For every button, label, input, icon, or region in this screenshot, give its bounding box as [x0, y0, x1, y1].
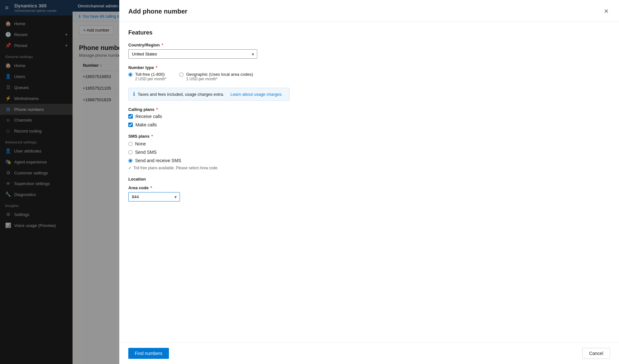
- usage-info-box: ℹ Taxes and fees included, usage charges…: [128, 88, 290, 101]
- location-field-group: Location Area code * 844 800 888 877 866…: [128, 177, 610, 202]
- area-code-select[interactable]: 844 800 888 877 866 855 833: [128, 192, 180, 202]
- modal-close-button[interactable]: ✕: [603, 6, 610, 16]
- modal-title: Add phone number: [128, 8, 187, 15]
- country-select[interactable]: United States United Kingdom Canada Aust…: [128, 49, 257, 59]
- geographic-price: 1 USD per month*: [186, 77, 253, 81]
- calling-plans-label: Calling plans *: [128, 107, 610, 112]
- sms-send-receive-option[interactable]: Send and receive SMS: [128, 158, 610, 163]
- geographic-label: Geographic (Uses local area codes): [186, 72, 253, 77]
- area-code-wrapper: 844 800 888 877 866 855 833: [128, 192, 180, 202]
- form-section-title: Features: [128, 29, 610, 36]
- sms-none-label: None: [135, 141, 146, 146]
- toll-free-option[interactable]: Toll-free (1-800) 2 USD per month*: [128, 72, 166, 81]
- sms-plans-field-group: SMS plans * None Send SMS Send and recei…: [128, 134, 610, 170]
- add-phone-number-modal: Add phone number ✕ Features Country/Regi…: [119, 0, 619, 364]
- info-message-text: Taxes and fees included, usage charges e…: [138, 92, 224, 97]
- make-calls-label: Make calls: [135, 122, 157, 127]
- modal-footer: Find numbers Cancel: [119, 342, 619, 364]
- modal-body: Features Country/Region * United States …: [119, 22, 619, 342]
- country-select-wrapper: United States United Kingdom Canada Aust…: [128, 49, 257, 59]
- toll-free-note-text: Toll free plans available. Please select…: [133, 166, 219, 170]
- number-type-required: *: [154, 65, 157, 70]
- cancel-button[interactable]: Cancel: [582, 348, 610, 359]
- toll-free-price: 2 USD per month*: [135, 77, 166, 81]
- country-required: *: [161, 43, 163, 47]
- sms-send-radio[interactable]: [128, 150, 133, 154]
- area-code-required: *: [149, 185, 152, 190]
- sms-send-receive-radio[interactable]: [128, 159, 133, 163]
- country-label: Country/Region *: [128, 43, 610, 47]
- country-field-group: Country/Region * United States United Ki…: [128, 43, 610, 59]
- toll-free-note: ✓ Toll free plans available. Please sele…: [128, 166, 610, 170]
- sms-none-option[interactable]: None: [128, 141, 610, 146]
- calling-plans-field-group: Calling plans * Receive calls Make calls: [128, 107, 610, 127]
- find-numbers-button[interactable]: Find numbers: [128, 348, 169, 359]
- geographic-option[interactable]: Geographic (Uses local area codes) 1 USD…: [179, 72, 253, 81]
- calling-plans-checkboxes: Receive calls Make calls: [128, 114, 610, 127]
- area-code-label: Area code *: [128, 185, 610, 190]
- sms-send-label: Send SMS: [135, 150, 157, 155]
- modal-header: Add phone number ✕: [119, 0, 619, 22]
- receive-calls-label: Receive calls: [135, 114, 162, 119]
- sms-send-option[interactable]: Send SMS: [128, 150, 610, 155]
- toll-free-radio[interactable]: [128, 73, 133, 77]
- usage-charges-link[interactable]: Learn about usage charges.: [231, 92, 283, 97]
- sms-none-radio[interactable]: [128, 142, 133, 146]
- number-type-radio-group: Toll-free (1-800) 2 USD per month* Geogr…: [128, 72, 610, 81]
- sms-send-receive-label: Send and receive SMS: [135, 158, 181, 163]
- receive-calls-checkbox[interactable]: [128, 114, 133, 119]
- sms-plans-label: SMS plans *: [128, 134, 610, 139]
- number-type-label: Number type *: [128, 65, 610, 70]
- sms-plans-required: *: [150, 134, 153, 139]
- calling-plans-required: *: [155, 107, 158, 112]
- make-calls-checkbox[interactable]: [128, 123, 133, 127]
- info-circle-icon: ℹ: [133, 91, 135, 97]
- make-calls-option[interactable]: Make calls: [128, 122, 610, 127]
- receive-calls-option[interactable]: Receive calls: [128, 114, 610, 119]
- location-label: Location: [128, 177, 610, 182]
- toll-free-label: Toll-free (1-800): [135, 72, 166, 77]
- sms-radio-group: None Send SMS Send and receive SMS: [128, 141, 610, 163]
- number-type-field-group: Number type * Toll-free (1-800) 2 USD pe…: [128, 65, 610, 81]
- geographic-radio[interactable]: [179, 73, 183, 77]
- check-icon: ✓: [128, 166, 132, 170]
